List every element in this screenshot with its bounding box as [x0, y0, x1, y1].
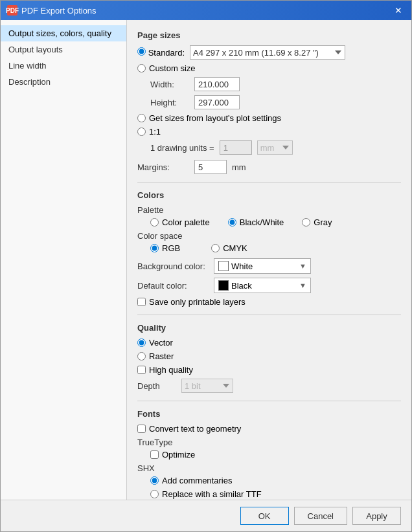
apply-button[interactable]: Apply [352, 507, 401, 525]
gray-radio[interactable] [302, 218, 310, 227]
margins-unit: mm [232, 162, 246, 172]
fonts-header: Fonts [137, 409, 401, 419]
colors-header: Colors [137, 190, 401, 200]
optimize-checkbox[interactable] [150, 450, 159, 459]
margins-input[interactable] [194, 160, 227, 174]
depth-select[interactable]: 1 bit [181, 379, 233, 393]
color-palette-radio[interactable] [150, 218, 159, 227]
raster-label[interactable]: Raster [137, 351, 174, 361]
width-label: Width: [150, 80, 189, 89]
background-color-arrow: ▼ [299, 262, 306, 270]
convert-text-label[interactable]: Convert text to geometry [137, 424, 241, 434]
dialog-title: PDF Export Options [21, 6, 97, 16]
add-commentaries-label[interactable]: Add commentaries [150, 476, 232, 485]
rgb-label[interactable]: RGB [150, 243, 180, 253]
replace-ttf-radio[interactable] [150, 490, 159, 498]
background-color-value: White [231, 261, 253, 271]
add-commentaries-radio[interactable] [150, 476, 159, 485]
height-input[interactable] [194, 95, 240, 109]
add-commentaries-row: Add commentaries [150, 476, 401, 485]
black-white-label[interactable]: Black/White [228, 217, 284, 227]
color-palette-label[interactable]: Color palette [150, 217, 210, 227]
colors-section: Colors Palette Color palette Black/White… [137, 190, 401, 307]
background-color-label: Background color: [137, 261, 209, 271]
sidebar: Output sizes, colors, quality Output lay… [1, 20, 127, 500]
cmyk-radio[interactable] [211, 244, 220, 252]
get-sizes-row: Get sizes from layout's plot settings [137, 113, 401, 123]
shx-label: SHX [137, 463, 401, 473]
dialog: PDF PDF Export Options ✕ Output sizes, c… [0, 0, 412, 532]
pdf-icon: PDF [7, 5, 17, 16]
black-white-radio[interactable] [228, 218, 236, 227]
background-color-dropdown[interactable]: White ▼ [214, 258, 311, 274]
one-to-one-label[interactable]: 1:1 [137, 127, 161, 137]
default-color-value: Black [231, 281, 252, 291]
cmyk-label[interactable]: CMYK [211, 243, 247, 253]
convert-text-checkbox[interactable] [137, 425, 146, 433]
page-sizes-header: Page sizes [137, 30, 401, 40]
one-to-one-radio[interactable] [137, 127, 146, 136]
standard-select[interactable]: A4 297 x 210 mm (11.69 x 8.27 ") [190, 45, 345, 60]
color-space-row: RGB CMYK [150, 243, 401, 253]
save-printable-checkbox[interactable] [137, 298, 146, 306]
background-color-swatch [218, 261, 229, 271]
get-sizes-label[interactable]: Get sizes from layout's plot settings [137, 113, 281, 123]
vector-row: Vector [137, 338, 401, 348]
raster-row: Raster [137, 351, 401, 361]
save-printable-row: Save only printable layers [137, 297, 401, 307]
ok-button[interactable]: OK [240, 507, 289, 525]
standard-label[interactable]: Standard: [137, 47, 185, 58]
width-input[interactable] [194, 77, 240, 91]
default-color-dropdown[interactable]: Black ▼ [214, 278, 311, 293]
truetype-label: TrueType [137, 438, 401, 447]
default-color-swatch [218, 280, 229, 291]
depth-label: Depth [137, 381, 176, 391]
footer: OK Cancel Apply [1, 500, 411, 531]
high-quality-row: High quality [137, 365, 401, 375]
close-button[interactable]: ✕ [392, 4, 405, 17]
custom-size-radio[interactable] [137, 64, 146, 72]
sidebar-item-line-width[interactable]: Line width [1, 58, 126, 74]
drawing-units-row: 1 drawing units = mm in [150, 140, 401, 155]
replace-ttf-label[interactable]: Replace with a similar TTF [150, 489, 262, 499]
replace-ttf-row: Replace with a similar TTF [150, 489, 401, 499]
standard-radio[interactable] [137, 47, 146, 56]
quality-header: Quality [137, 323, 401, 333]
gray-label[interactable]: Gray [302, 217, 332, 227]
vector-label[interactable]: Vector [137, 338, 173, 348]
color-space-label: Color space [137, 231, 401, 241]
sidebar-item-output-sizes[interactable]: Output sizes, colors, quality [1, 25, 126, 41]
drawing-units-select[interactable]: mm in [257, 140, 293, 155]
optimize-row: Optimize [150, 450, 401, 460]
sidebar-item-description[interactable]: Description [1, 74, 126, 90]
drawing-units-label: 1 drawing units = [150, 143, 214, 153]
optimize-label[interactable]: Optimize [150, 450, 195, 460]
custom-size-row: Custom size [137, 63, 401, 73]
margins-row: Margins: mm [137, 160, 401, 174]
content-area: Page sizes Standard: A4 297 x 210 mm (11… [127, 20, 411, 500]
depth-row: Depth 1 bit [137, 379, 401, 393]
sidebar-item-output-layouts[interactable]: Output layouts [1, 41, 126, 58]
palette-row: Color palette Black/White Gray [150, 217, 401, 227]
quality-section: Quality Vector Raster [137, 323, 401, 393]
main-content: Output sizes, colors, quality Output lay… [1, 20, 411, 500]
width-row: Width: [150, 77, 401, 91]
one-to-one-row: 1:1 [137, 127, 401, 137]
save-printable-label[interactable]: Save only printable layers [137, 297, 246, 307]
drawing-units-input[interactable] [220, 140, 252, 155]
title-bar-left: PDF PDF Export Options [7, 5, 97, 16]
custom-size-label[interactable]: Custom size [137, 63, 196, 73]
high-quality-label[interactable]: High quality [137, 365, 193, 375]
high-quality-checkbox[interactable] [137, 366, 146, 374]
vector-radio[interactable] [137, 338, 146, 347]
cancel-button[interactable]: Cancel [294, 507, 347, 525]
page-sizes-section: Page sizes Standard: A4 297 x 210 mm (11… [137, 30, 401, 174]
default-color-label: Default color: [137, 281, 209, 291]
raster-radio[interactable] [137, 352, 146, 360]
rgb-radio[interactable] [150, 244, 159, 252]
get-sizes-radio[interactable] [137, 114, 146, 122]
margins-label: Margins: [137, 162, 189, 172]
default-color-row: Default color: Black ▼ [137, 278, 401, 293]
title-bar: PDF PDF Export Options ✕ [1, 1, 411, 20]
height-label: Height: [150, 98, 189, 107]
